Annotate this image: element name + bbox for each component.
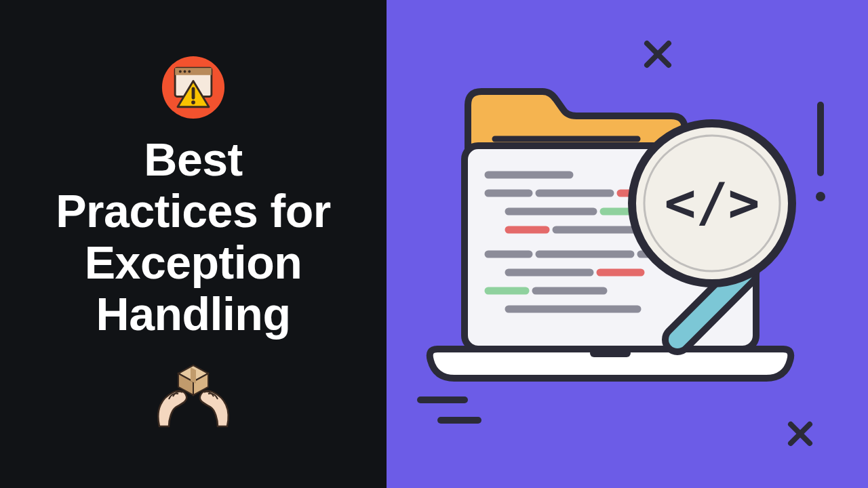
title-line: Exception xyxy=(85,237,302,288)
hands-box-icon xyxy=(153,359,234,433)
title-line: Handling xyxy=(96,288,291,340)
title-panel: Best Practices for Exception Handling xyxy=(0,0,387,488)
svg-point-4 xyxy=(184,70,186,73)
svg-point-7 xyxy=(191,100,195,104)
sparkle-x-icon xyxy=(647,43,669,65)
thumbnail-slide: Best Practices for Exception Handling xyxy=(0,0,868,488)
code-tag-glyph: </> xyxy=(665,172,760,233)
slide-title: Best Practices for Exception Handling xyxy=(56,134,330,340)
title-line: Best xyxy=(144,134,242,185)
svg-point-5 xyxy=(188,70,191,73)
svg-rect-30 xyxy=(590,349,631,357)
title-line: Practices for xyxy=(56,185,330,237)
warning-window-icon xyxy=(161,55,226,120)
laptop-code-magnifier-illustration: .stk{stroke:#2B2B38;stroke-width:10;stro… xyxy=(387,0,868,488)
accent-dot xyxy=(816,192,825,201)
svg-point-3 xyxy=(179,70,182,73)
illustration-panel: .stk{stroke:#2B2B38;stroke-width:10;stro… xyxy=(387,0,868,488)
sparkle-x-icon xyxy=(791,424,810,443)
